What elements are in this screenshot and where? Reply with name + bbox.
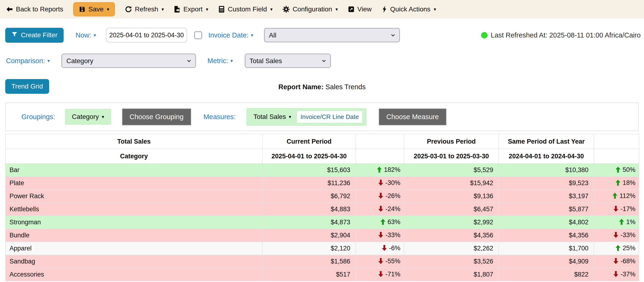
down-arrow-icon bbox=[378, 258, 383, 266]
year-change-cell: 50% bbox=[594, 164, 639, 176]
category-cell: Sandbag bbox=[6, 255, 262, 268]
export-label: Export bbox=[183, 6, 202, 13]
comparison-select[interactable]: Category bbox=[62, 54, 196, 68]
year-change-cell: -17% bbox=[594, 203, 639, 216]
table-body: Bar $15,603 182% $5,529 $10,380 50% Plat… bbox=[6, 164, 639, 281]
refresh-button[interactable]: Refresh ▾ bbox=[125, 6, 164, 13]
chevron-down-icon: ▾ bbox=[162, 7, 164, 12]
down-arrow-icon bbox=[613, 271, 618, 279]
category-cell: Accessories bbox=[6, 268, 262, 281]
change-text: -55% bbox=[386, 258, 400, 265]
chevron-down-icon: ▾ bbox=[102, 114, 104, 119]
date-field-select[interactable]: All bbox=[264, 28, 400, 42]
previous-value-cell: $1,807 bbox=[404, 268, 499, 281]
change-text: -17% bbox=[620, 205, 636, 212]
last-year-value-cell: $10,380 bbox=[499, 164, 594, 176]
category-cell: Strongman bbox=[6, 216, 262, 229]
current-value-cell: $11,236 bbox=[262, 176, 356, 190]
same-period-header-cell: Same Period of Last Year bbox=[499, 134, 594, 149]
empty-header-cell bbox=[356, 134, 404, 149]
quick-actions-button[interactable]: Quick Actions ▾ bbox=[382, 6, 436, 13]
down-arrow-icon bbox=[378, 232, 383, 240]
change-text: 63% bbox=[388, 218, 400, 226]
previous-value-cell: $2,992 bbox=[404, 216, 499, 229]
up-arrow-icon bbox=[616, 167, 620, 174]
current-value-cell: $4,883 bbox=[262, 203, 356, 216]
save-button[interactable]: Save ▾ bbox=[73, 2, 115, 16]
trend-grid-button[interactable]: Trend Grid bbox=[5, 79, 49, 94]
configuration-button[interactable]: Configuration ▾ bbox=[282, 6, 338, 13]
current-range-header-cell: 2025-04-01 to 2025-04-30 bbox=[262, 149, 356, 164]
down-arrow-icon bbox=[378, 271, 383, 279]
change-text: 182% bbox=[384, 166, 400, 173]
previous-value-cell: $4,356 bbox=[404, 229, 499, 242]
back-to-reports-button[interactable]: Back to Reports bbox=[6, 6, 63, 13]
choose-grouping-button[interactable]: Choose Grouping bbox=[122, 108, 191, 125]
down-arrow-icon bbox=[613, 232, 618, 240]
table-row: Bar $15,603 182% $5,529 $10,380 50% bbox=[6, 164, 639, 176]
category-cell: Power Rack bbox=[6, 190, 262, 203]
invoice-date-label: Invoice Date: bbox=[208, 31, 248, 39]
report-name-label: Report Name: bbox=[278, 83, 324, 91]
report-name-value: Sales Trends bbox=[325, 83, 366, 91]
date-range-input[interactable] bbox=[106, 28, 187, 42]
now-label: Now: bbox=[76, 31, 91, 39]
previous-value-cell: $6,457 bbox=[404, 203, 499, 216]
current-change-cell: -55% bbox=[356, 255, 404, 268]
change-text: -26% bbox=[386, 192, 400, 200]
funnel-icon bbox=[12, 31, 18, 39]
year-change-cell: 18% bbox=[594, 176, 639, 190]
grouping-pill-category[interactable]: Category ▾ bbox=[65, 109, 111, 124]
table-header-row-ranges: Category 2025-04-01 to 2025-04-30 2025-0… bbox=[6, 149, 639, 164]
last-year-value-cell: $5,877 bbox=[499, 203, 594, 216]
up-arrow-icon bbox=[380, 219, 386, 226]
down-arrow-icon bbox=[378, 193, 383, 200]
current-change-cell: -24% bbox=[356, 203, 404, 216]
year-change-cell: -33% bbox=[594, 229, 639, 242]
change-text: 50% bbox=[623, 166, 636, 173]
export-button[interactable]: Export ▾ bbox=[174, 6, 208, 13]
year-change-cell: 112% bbox=[594, 190, 639, 203]
previous-value-cell: $2,262 bbox=[404, 242, 499, 255]
report-name: Report Name: Sales Trends bbox=[278, 83, 366, 91]
change-text: -33% bbox=[386, 232, 400, 238]
trend-grid-label: Trend Grid bbox=[12, 82, 43, 90]
measure-pill-total-sales[interactable]: Total Sales ▾ Invoice/CR Line Date bbox=[246, 108, 366, 126]
calculator-icon bbox=[218, 6, 225, 13]
filter-bar: Create Filter Now: ▾ Invoice Date: ▾ All… bbox=[0, 27, 644, 43]
change-text: -33% bbox=[620, 232, 636, 238]
category-cell: Bar bbox=[6, 164, 262, 176]
empty-header-cell bbox=[594, 149, 639, 164]
change-text: 112% bbox=[620, 192, 636, 200]
table-row: Apparel $2,120 -6% $2,262 $1,700 25% bbox=[6, 242, 639, 255]
change-text: -68% bbox=[620, 258, 636, 265]
metric-dropdown[interactable]: Metric: ▾ bbox=[207, 57, 233, 65]
metric-select[interactable]: Total Sales bbox=[245, 54, 331, 68]
current-value-cell: $2,904 bbox=[262, 229, 356, 242]
change-text: 18% bbox=[623, 179, 636, 186]
up-arrow-icon bbox=[616, 245, 620, 252]
invoice-date-dropdown[interactable]: Invoice Date: ▾ bbox=[208, 31, 253, 39]
chevron-down-icon: ▾ bbox=[434, 7, 436, 12]
last-year-value-cell: $9,523 bbox=[499, 176, 594, 190]
down-arrow-icon bbox=[613, 258, 618, 266]
custom-field-button[interactable]: Custom Field ▾ bbox=[218, 6, 272, 13]
measure-pill-label: Total Sales bbox=[253, 113, 286, 120]
comparison-dropdown[interactable]: Comparison: ▾ bbox=[6, 57, 50, 65]
up-arrow-icon bbox=[612, 193, 618, 200]
measures-label: Measures: bbox=[204, 113, 236, 121]
invoice-date-checkbox[interactable] bbox=[194, 31, 202, 39]
metric-label: Metric: bbox=[207, 57, 228, 65]
now-dropdown[interactable]: Now: ▾ bbox=[76, 31, 96, 39]
grouping-measure-bar: Groupings: Category ▾ Choose Grouping Me… bbox=[5, 102, 639, 131]
previous-value-cell: $5,529 bbox=[404, 164, 499, 176]
last-refreshed-status: Last Refreshed At: 2025-08-11 01:00 Afri… bbox=[481, 31, 642, 39]
view-button[interactable]: View bbox=[348, 6, 372, 13]
current-value-cell: $4,873 bbox=[262, 216, 356, 229]
create-filter-label: Create Filter bbox=[21, 31, 58, 39]
save-icon bbox=[79, 6, 86, 12]
category-cell: Apparel bbox=[6, 242, 262, 255]
refresh-icon bbox=[125, 6, 132, 13]
choose-measure-button[interactable]: Choose Measure bbox=[379, 108, 446, 125]
create-filter-button[interactable]: Create Filter bbox=[5, 28, 64, 43]
